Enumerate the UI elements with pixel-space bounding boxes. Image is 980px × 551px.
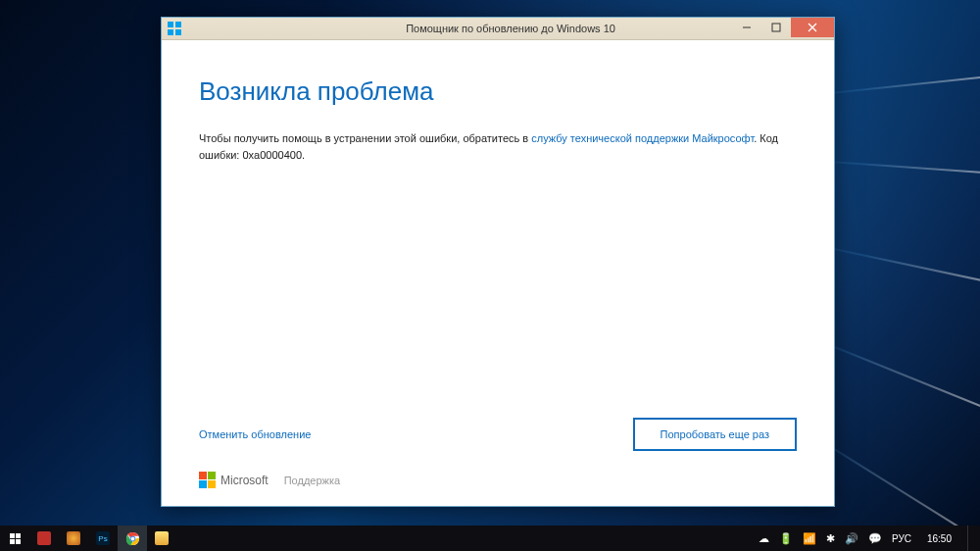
microsoft-logo: Microsoft [199, 472, 269, 488]
tray-onedrive-icon[interactable]: ☁ [759, 532, 769, 545]
microsoft-logo-icon [199, 472, 216, 488]
start-icon [10, 533, 21, 544]
minimize-button[interactable] [732, 18, 761, 37]
taskbar-app-photoshop[interactable]: Ps [88, 526, 118, 551]
titlebar[interactable]: Помощник по обновлению до Windows 10 [162, 18, 834, 40]
minimize-icon [742, 23, 752, 32]
taskbar-app-paint[interactable] [59, 526, 88, 551]
retry-button[interactable]: Попробовать еще раз [633, 418, 797, 451]
support-link[interactable]: службу технической поддержки Майкрософт [531, 132, 754, 144]
taskbar: Ps ☁ 🔋 📶 ✱ 🔊 💬 РУС 16:50 [0, 526, 980, 551]
taskbar-left: Ps [0, 526, 176, 551]
tray-volume-icon[interactable]: 🔊 [845, 532, 858, 545]
taskbar-app-chrome[interactable] [118, 526, 147, 551]
tray-network-icon[interactable]: 📶 [803, 532, 816, 545]
taskbar-right: ☁ 🔋 📶 ✱ 🔊 💬 РУС 16:50 [759, 526, 980, 551]
close-icon [808, 23, 817, 32]
show-desktop-button[interactable] [967, 526, 974, 551]
desktop: Помощник по обновлению до Windows 10 Воз… [0, 0, 980, 551]
maximize-button[interactable] [761, 18, 791, 37]
cancel-update-link[interactable]: Отменить обновление [199, 428, 311, 440]
app-icon [37, 531, 51, 545]
error-text-prefix: Чтобы получить помощь в устранении этой … [199, 132, 531, 144]
window-controls [732, 18, 834, 37]
start-button[interactable] [0, 526, 29, 551]
folder-icon [155, 531, 169, 545]
footer-support-link[interactable]: Поддержка [284, 475, 340, 486]
chrome-icon [125, 531, 140, 546]
tray-bluetooth-icon[interactable]: ✱ [826, 532, 835, 545]
window-footer: Microsoft Поддержка [199, 472, 340, 488]
taskbar-clock[interactable]: 16:50 [921, 533, 957, 544]
paint-icon [67, 531, 80, 545]
svg-point-6 [130, 536, 134, 540]
tray-battery-icon[interactable]: 🔋 [779, 532, 793, 545]
microsoft-name: Microsoft [220, 474, 269, 487]
error-heading: Возникла проблема [199, 76, 797, 107]
close-button[interactable] [791, 18, 834, 37]
action-row: Отменить обновление Попробовать еще раз [199, 418, 797, 451]
language-indicator[interactable]: РУС [892, 533, 911, 544]
windows-logo-icon [168, 22, 181, 35]
tray-action-center-icon[interactable]: 💬 [868, 532, 882, 545]
maximize-icon [771, 23, 781, 32]
svg-rect-1 [772, 24, 780, 31]
taskbar-app-1[interactable] [29, 526, 59, 551]
photoshop-icon: Ps [96, 531, 110, 545]
upgrade-assistant-window: Помощник по обновлению до Windows 10 Воз… [161, 17, 835, 507]
error-message: Чтобы получить помощь в устранении этой … [199, 130, 797, 163]
taskbar-app-explorer[interactable] [147, 526, 176, 551]
